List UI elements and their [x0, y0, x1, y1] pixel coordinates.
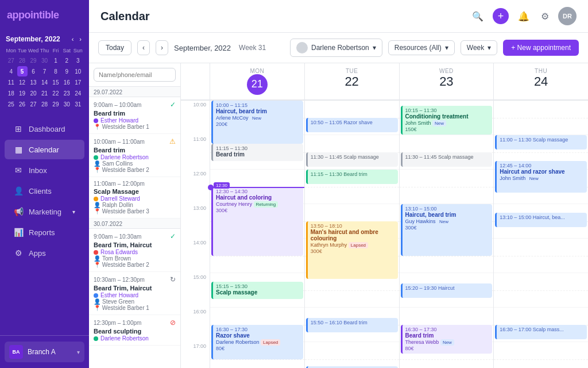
- mini-cal-day[interactable]: 28: [39, 99, 49, 109]
- mini-cal-day[interactable]: 14: [39, 77, 49, 87]
- sidebar-item-reports[interactable]: 📊 Reports: [5, 223, 84, 242]
- mini-cal-day[interactable]: 20: [28, 88, 38, 98]
- mini-cal-prev[interactable]: ‹: [70, 35, 76, 43]
- next-week-button[interactable]: ›: [156, 40, 168, 55]
- calendar-grid-container: MON 21 TUE 22 WED 23: [181, 63, 588, 368]
- mini-cal-day[interactable]: 31: [73, 99, 83, 109]
- event-tue-2[interactable]: 11:30 – 11:45 Scalp massage: [306, 152, 398, 167]
- search-button[interactable]: 🔍: [470, 9, 486, 24]
- mini-cal-day[interactable]: 27: [28, 99, 38, 109]
- mini-cal-day[interactable]: 25: [6, 99, 16, 109]
- mini-cal-day[interactable]: 16: [61, 77, 72, 87]
- mini-cal-day[interactable]: 12: [17, 77, 28, 87]
- list-item[interactable]: 11:00am – 12:00pm Scalp Massage Darrell …: [89, 177, 180, 218]
- staff-dot: [94, 336, 98, 341]
- mini-cal-day[interactable]: 29: [51, 99, 61, 109]
- list-item[interactable]: 10:30am – 12:30pm ↻ Beard Trim, Haircut …: [89, 272, 180, 315]
- today-button[interactable]: Today: [98, 40, 131, 55]
- mini-cal-day[interactable]: 15: [51, 77, 61, 87]
- event-wed-3[interactable]: 13:10 – 15:00 Haircut, beard trim Guy Ha…: [401, 204, 493, 256]
- view-label: Week: [467, 44, 484, 52]
- sidebar-item-apps[interactable]: ⚙ Apps: [5, 243, 84, 263]
- mini-cal-day-today[interactable]: 5: [17, 66, 28, 76]
- mini-cal-day[interactable]: 9: [61, 66, 72, 76]
- chevron-down-icon: ▾: [72, 209, 75, 215]
- event-mon-3[interactable]: 12:30 – 14:30 Haircut and coloring Court…: [211, 187, 303, 256]
- branch-selector[interactable]: BA Branch A ▾: [5, 342, 84, 362]
- mini-cal-day[interactable]: 21: [39, 88, 49, 98]
- mini-cal-day[interactable]: 10: [73, 66, 83, 76]
- mini-cal-day[interactable]: 4: [6, 66, 16, 76]
- mini-cal-day[interactable]: 8: [51, 66, 61, 76]
- warning-icon: ⚠: [169, 137, 176, 145]
- mini-cal-day[interactable]: 7: [39, 66, 49, 76]
- sidebar-item-marketing[interactable]: 📢 Marketing ▾: [5, 202, 84, 221]
- resources-dropdown[interactable]: Resources (All) ▾: [388, 40, 455, 55]
- mini-cal-day[interactable]: 17: [73, 77, 83, 87]
- mini-cal-day[interactable]: 23: [61, 88, 72, 98]
- event-wed-4[interactable]: 15:20 – 19:30 Haircut: [401, 283, 493, 298]
- staff-dot: [94, 250, 98, 255]
- sidebar-item-dashboard[interactable]: ⊞ Dashboard: [5, 119, 84, 139]
- search-input[interactable]: [94, 68, 176, 82]
- now-time-badge: 12:30: [214, 182, 230, 189]
- event-tue-1[interactable]: 10:50 – 11:05 Razor shave: [306, 118, 398, 132]
- mini-cal-day[interactable]: 2: [61, 55, 72, 66]
- event-tue-4[interactable]: 13:50 – 18:10 Man's haircut and ombre co…: [306, 221, 398, 279]
- sidebar-item-label: Marketing: [29, 208, 61, 216]
- mini-cal-day[interactable]: 30: [61, 99, 72, 109]
- event-tue-5[interactable]: 15:50 – 16:10 Beard trim: [306, 318, 398, 332]
- event-thu-3[interactable]: 13:10 – 15:00 Haircut, bea...: [495, 213, 587, 227]
- mini-cal-day[interactable]: 24: [73, 88, 83, 98]
- event-thu-2[interactable]: 12:45 – 14:00 Haircut and razor shave Jo…: [495, 161, 587, 193]
- list-item[interactable]: 9:00am – 10:00am ✓ Beard trim Esther How…: [89, 97, 180, 134]
- mini-cal-day[interactable]: 26: [17, 99, 28, 109]
- branch-name: Branch A: [28, 348, 56, 356]
- prev-week-button[interactable]: ‹: [137, 40, 150, 55]
- user-filter-dropdown[interactable]: Darlene Robertson ▾: [290, 39, 382, 57]
- mini-cal-day[interactable]: 19: [17, 88, 28, 98]
- event-mon-5[interactable]: 16:30 – 17:30 Razor shave Darlene Robert…: [211, 325, 303, 359]
- check-icon: ✓: [170, 101, 176, 109]
- event-wed-5[interactable]: 16:30 – 17:30 Beard trim Theresa Webb Ne…: [401, 325, 493, 354]
- sidebar-item-calendar[interactable]: ▦ Calendar: [5, 140, 84, 159]
- event-mon-2[interactable]: 11:15 – 11:30 Beard trim: [211, 144, 303, 161]
- list-item[interactable]: 10:00am – 11:00am ⚠ Beard trim Darlene R…: [89, 134, 180, 177]
- event-wed-2[interactable]: 11:30 – 11:45 Scalp massage: [401, 152, 493, 167]
- mini-cal-day[interactable]: 18: [6, 88, 16, 98]
- sidebar-item-label: Reports: [29, 228, 55, 237]
- mini-cal-day[interactable]: 11: [6, 77, 16, 87]
- clients-icon: 👤: [14, 186, 23, 195]
- list-item[interactable]: 9:00am – 10:30am ✓ Beard Trim, Haircut R…: [89, 229, 180, 272]
- event-thu-4[interactable]: 16:30 – 17:00 Scalp mass...: [495, 325, 587, 339]
- event-wed-1[interactable]: 10:15 – 11:30 Conditioning treatment Joh…: [401, 106, 493, 135]
- event-tue-3[interactable]: 11:15 – 11:30 Beard trim: [306, 170, 398, 184]
- add-button[interactable]: +: [493, 8, 509, 24]
- mini-cal-day[interactable]: 29: [28, 55, 38, 66]
- day-number-21: 21: [247, 74, 268, 95]
- mini-cal-day[interactable]: 27: [6, 55, 16, 66]
- mini-cal-day[interactable]: 1: [51, 55, 61, 66]
- event-thu-1[interactable]: 11:00 – 11:30 Scalp massage: [495, 135, 587, 150]
- day-column-tue: TUE 22: [304, 63, 399, 99]
- user-avatar[interactable]: DR: [558, 7, 577, 25]
- mini-cal-day[interactable]: 6: [28, 66, 38, 76]
- settings-button[interactable]: ⚙: [539, 9, 551, 24]
- event-mon-1[interactable]: 10:00 – 11:15 Haircut, beard trim Arlene…: [211, 101, 303, 144]
- new-appointment-button[interactable]: + New appointment: [503, 40, 579, 56]
- sidebar-item-clients[interactable]: 👤 Clients: [5, 181, 84, 201]
- mini-cal-next[interactable]: ›: [78, 35, 83, 43]
- event-mon-4[interactable]: 15:15 – 15:30 Scalp massage: [211, 282, 303, 299]
- mini-cal-day[interactable]: 22: [51, 88, 61, 98]
- mini-cal-day[interactable]: 28: [17, 55, 28, 66]
- cancel-icon: ⊘: [170, 319, 176, 327]
- mini-cal-day[interactable]: 13: [28, 77, 38, 87]
- mini-cal-day[interactable]: 3: [73, 55, 83, 66]
- sidebar-item-inbox[interactable]: ✉ Inbox: [5, 160, 84, 180]
- mini-cal-day[interactable]: 30: [39, 55, 49, 66]
- dashboard-icon: ⊞: [14, 124, 23, 133]
- view-selector[interactable]: Week ▾: [461, 40, 497, 55]
- list-item[interactable]: 12:30pm – 1:00pm ⊘ Beard sculpting Darle…: [89, 315, 180, 346]
- bell-button[interactable]: 🔔: [516, 9, 532, 24]
- branch-avatar: BA: [9, 345, 23, 359]
